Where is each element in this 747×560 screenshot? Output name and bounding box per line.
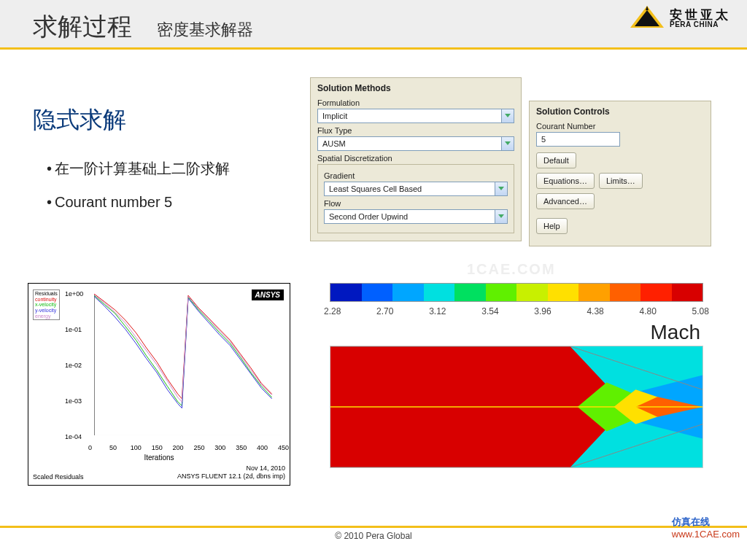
- gradient-value: Least Squares Cell Based: [325, 184, 495, 193]
- formulation-dropdown[interactable]: Implicit: [317, 109, 514, 123]
- watermark-brand: 仿真在线 www.1CAE.com: [672, 516, 740, 540]
- courant-number-input[interactable]: 5: [536, 132, 620, 147]
- flux-type-value: AUSM: [318, 139, 501, 148]
- help-button[interactable]: Help: [536, 218, 568, 234]
- svg-marker-6: [498, 214, 504, 218]
- logo-text-en: PERA CHINA: [670, 21, 731, 28]
- bullet-item: Courant number 5: [47, 185, 230, 219]
- pera-logo: 安世亚太 PERA CHINA: [630, 6, 731, 31]
- chevron-down-icon[interactable]: [501, 109, 514, 122]
- advanced-button[interactable]: Advanced…: [536, 193, 595, 209]
- svg-marker-5: [498, 187, 504, 190]
- chart-legend: Residualscontinuityx-velocityy-velocitye…: [33, 289, 60, 320]
- mach-figure: 2.282.703.123.543.964.384.805.08 Mach: [306, 283, 727, 468]
- residual-plot-area: [94, 294, 282, 435]
- gradient-label: Gradient: [324, 171, 508, 180]
- spatial-discretization-group: Gradient Least Squares Cell Based Flow S…: [317, 164, 514, 233]
- footer-copyright: © 2010 Pera Global: [0, 528, 747, 544]
- chart-footer-left: Scaled Residuals: [33, 473, 84, 481]
- flow-dropdown[interactable]: Second Order Upwind: [324, 209, 508, 224]
- chevron-down-icon[interactable]: [495, 182, 507, 195]
- flux-type-dropdown[interactable]: AUSM: [317, 136, 514, 151]
- bullet-list: 在一阶计算基础上二阶求解 Courant number 5: [47, 152, 230, 219]
- mach-colorbar: [330, 283, 703, 302]
- bullet-item: 在一阶计算基础上二阶求解: [47, 152, 230, 185]
- chart-footer-right: Nov 14, 2010 ANSYS FLUENT 12.1 (2d, dbns…: [177, 464, 285, 481]
- x-axis-title: Iterations: [28, 454, 290, 462]
- section-title: 隐式求解: [33, 104, 126, 136]
- mach-contour: [330, 346, 703, 468]
- equations-button[interactable]: Equations…: [536, 173, 595, 189]
- formulation-label: Formulation: [317, 98, 514, 107]
- header-title-main: 求解过程: [33, 10, 132, 44]
- slide-header: 求解过程 密度基求解器 安世亚太 PERA CHINA: [0, 0, 747, 50]
- header-title-sub: 密度基求解器: [157, 19, 253, 41]
- limits-button[interactable]: Limits…: [599, 173, 643, 189]
- mach-colorbar-ticks: 2.282.703.123.543.964.384.805.08: [324, 306, 709, 316]
- spatial-discretization-label: Spatial Discretization: [317, 154, 514, 163]
- svg-marker-4: [505, 141, 511, 145]
- svg-marker-3: [505, 114, 511, 117]
- panel-title: Solution Controls: [536, 106, 704, 117]
- watermark-faint: 1CAE.COM: [467, 261, 556, 278]
- logo-text-cn: 安世亚太: [670, 9, 731, 21]
- watermark-line1: 仿真在线: [672, 516, 710, 527]
- gradient-dropdown[interactable]: Least Squares Cell Based: [324, 182, 508, 196]
- solution-methods-panel: Solution Methods Formulation Implicit Fl…: [310, 77, 522, 241]
- mach-label: Mach: [306, 321, 700, 344]
- logo-triangle-icon: [630, 6, 664, 31]
- residuals-chart: Residualscontinuityx-velocityy-velocitye…: [28, 283, 290, 486]
- flux-type-label: Flux Type: [317, 126, 514, 135]
- courant-number-label: Courant Number: [536, 122, 704, 131]
- chevron-down-icon[interactable]: [495, 210, 507, 223]
- flow-label: Flow: [324, 199, 508, 208]
- default-button[interactable]: Default: [536, 152, 576, 168]
- chevron-down-icon[interactable]: [501, 137, 514, 150]
- solution-controls-panel: Solution Controls Courant Number 5 Defau…: [529, 101, 711, 246]
- flow-value: Second Order Upwind: [325, 212, 495, 221]
- watermark-line2: www.1CAE.com: [672, 529, 740, 540]
- panel-title: Solution Methods: [317, 83, 514, 93]
- formulation-value: Implicit: [318, 112, 501, 120]
